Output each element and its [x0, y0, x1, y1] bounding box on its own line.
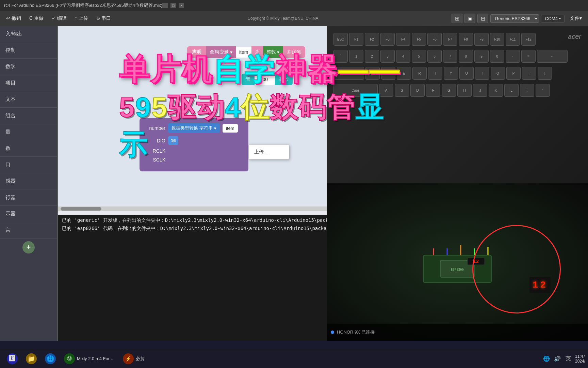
key-6: 6 [427, 50, 442, 63]
key-f12: F12 [521, 33, 536, 46]
key-5: 5 [412, 50, 426, 63]
key-u: U [459, 67, 474, 80]
com-label: COM4 [545, 16, 558, 21]
key-q: Q [365, 67, 380, 80]
upload-button[interactable]: ↑ 上传 [71, 14, 92, 23]
key-minus: - [506, 50, 520, 63]
context-upload-item[interactable]: 上传... [249, 146, 289, 158]
taskbar-language-icon[interactable]: 英 [564, 355, 572, 363]
key-f3: F3 [380, 33, 395, 46]
right-panel: ESC F1 F2 F3 F4 F5 F6 F7 F8 F9 F10 F11 F… [327, 26, 588, 341]
taskbar-volume-icon[interactable]: 🔊 [553, 355, 561, 363]
honor-badge: HONOR 9X 已连接 [327, 324, 588, 341]
timer-value[interactable]: 1000 [255, 74, 275, 85]
taskbar-item-bicut[interactable]: ⚡ 必剪 [119, 351, 149, 366]
sidebar-item-display[interactable]: 示器 [0, 206, 57, 222]
com-badge[interactable]: COM4 ▾ [541, 15, 565, 22]
key-caps: Caps [333, 84, 378, 97]
sidebar-item-speech[interactable]: 言 [0, 222, 57, 239]
taskbar-right: 🌐 🔊 英 11:47 2024/ [542, 354, 585, 364]
taskbar-icon-browser: 🌐 [45, 353, 56, 364]
icon-btn-1[interactable]: ⊞ [452, 14, 462, 23]
compile-button[interactable]: ✓ 编译 [48, 14, 70, 23]
sidebar-item-number[interactable]: 数 [0, 140, 57, 157]
key-f1: F1 [349, 33, 363, 46]
panel-type-convert[interactable]: 数据类型转换 字符串 ▾ [168, 123, 220, 133]
sidebar-item-combo[interactable]: 组合 [0, 108, 57, 124]
serial-button[interactable]: ⊕ 串口 [93, 14, 114, 23]
key-7: 7 [443, 50, 457, 63]
video-area: ESC F1 F2 F3 F4 F5 F6 F7 F8 F9 F10 F11 F… [327, 26, 588, 341]
key-f4: F4 [396, 33, 410, 46]
scrollbar-thumb[interactable] [61, 207, 101, 211]
copyright-text: Copyright © Mixly Team@BNU, CHINA [116, 16, 451, 21]
sidebar-item-port[interactable]: 口 [0, 157, 57, 173]
taskbar-network-icon[interactable]: 🌐 [542, 355, 551, 363]
icon-btn-3[interactable]: ⊟ [477, 14, 488, 23]
taskbar-item-browser[interactable]: 🌐 [41, 351, 60, 366]
sidebar-item-actuator[interactable]: 行器 [0, 189, 57, 206]
key-h: H [457, 84, 472, 97]
icon-btn-2[interactable]: ▣ [464, 14, 475, 23]
board-select[interactable]: Generic ESP8266 [490, 14, 539, 23]
declare-type-dropdown[interactable]: 全局变量 ▾ [206, 46, 236, 58]
key-i: I [475, 67, 489, 80]
sidebar-item-control[interactable]: 控制 [0, 42, 57, 59]
panel-dio-value[interactable]: 16 [168, 136, 178, 145]
close-button[interactable]: × [179, 3, 184, 8]
taskbar-icon-bicut: ⚡ [123, 353, 134, 364]
key-backtick: ` [333, 50, 348, 63]
taskbar-icon-k: 🅺 [7, 353, 18, 364]
compile-label: ✓ 编译 [52, 15, 67, 21]
key-e: E [397, 67, 411, 80]
menu-bar: ↩ 撤销 C 重做 ✓ 编译 ↑ 上传 ⊕ 串口 Copyright © Mix… [0, 11, 588, 26]
key-g: G [442, 84, 456, 97]
key-4: 4 [396, 50, 410, 63]
honor-text: HONOR 9X 已连接 [337, 329, 375, 335]
sidebar-item-quantity[interactable]: 量 [0, 124, 57, 140]
menu-right: ⊞ ▣ ⊟ Generic ESP8266 COM4 ▾ 文件▾ [452, 14, 585, 23]
key-3: 3 [380, 50, 395, 63]
sidebar-item-project[interactable]: 项目 [0, 75, 57, 91]
key-8: 8 [459, 50, 473, 63]
sidebar-item-text[interactable]: 文本 [0, 91, 57, 108]
key-f11: F11 [506, 33, 520, 46]
key-d: D [410, 84, 425, 97]
taskbar-item-files[interactable]: 📁 [22, 351, 41, 366]
taskbar-item-mixly[interactable]: Ⓜ Mixly 2.0 rc4 For ... [60, 351, 119, 366]
key-l: L [504, 84, 519, 97]
key-semi: ; [520, 84, 534, 97]
panel-row-dio: DIO 16 [145, 136, 243, 145]
key-t: T [428, 67, 442, 80]
title-bar-text: rc4 For Arduino ESP8266 (F:\学习示例程序\esp32… [4, 2, 162, 9]
key-0: 0 [490, 50, 504, 63]
key-f6: F6 [427, 33, 442, 46]
undo-button[interactable]: ↩ 撤销 [3, 14, 24, 23]
sidebar-item-math[interactable]: 数学 [0, 59, 57, 75]
purple-panel-block: number 数据类型转换 字符串 ▾ item DIO 16 RCLK S [140, 118, 248, 171]
panel-row-number: number 数据类型转换 字符串 ▾ item [145, 123, 243, 133]
maximize-button[interactable]: □ [170, 3, 176, 8]
minimize-button[interactable]: — [162, 3, 168, 8]
taskbar-clock: 11:47 [575, 354, 585, 359]
declare-for-label: 为 [251, 46, 263, 58]
declare-label: 声明 [187, 46, 206, 58]
key-1: 1 [349, 50, 363, 63]
sidebar-add-button[interactable]: + [22, 241, 35, 254]
taskbar-item-k[interactable]: 🅺 [3, 351, 22, 366]
redo-label: C 重做 [29, 15, 44, 21]
key-9: 9 [474, 50, 489, 63]
key-j: J [473, 84, 487, 97]
key-f9: F9 [474, 33, 489, 46]
sidebar-item-io[interactable]: 入/输出 [0, 26, 57, 42]
key-tab: Tab [333, 67, 364, 80]
panel-label-dio: DIO [145, 138, 165, 143]
key-f7: F7 [443, 33, 457, 46]
panel-label-rclk: RCLK [145, 148, 165, 154]
sidebar-item-sensor[interactable]: 感器 [0, 173, 57, 189]
file-menu[interactable]: 文件▾ [567, 14, 585, 23]
redo-button[interactable]: C 重做 [26, 14, 47, 23]
key-o: O [491, 67, 505, 80]
declare-type-select[interactable]: 整数 ▾ [263, 46, 283, 58]
panel-item-value: item [223, 124, 238, 133]
